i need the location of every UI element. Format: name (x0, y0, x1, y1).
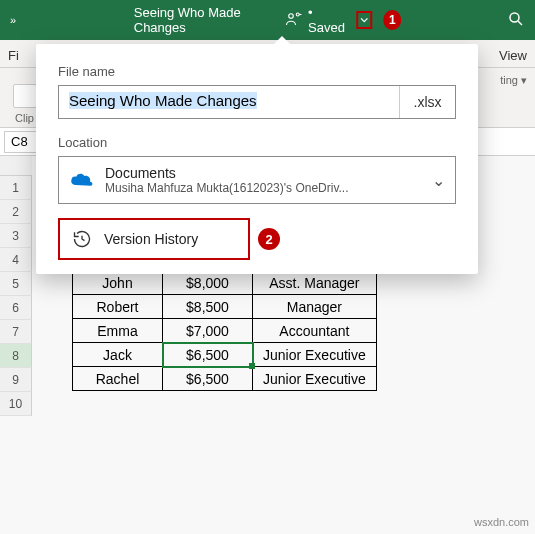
editing-group-partial[interactable]: ting ▾ (492, 68, 535, 127)
annotation-callout-1: 1 (383, 10, 401, 30)
cell[interactable]: $7,000 (163, 319, 253, 343)
location-picker[interactable]: Documents Musiha Mahfuza Mukta(1612023)'… (58, 156, 456, 204)
version-history-label: Version History (104, 231, 198, 247)
location-title: Documents (105, 165, 349, 181)
row-header[interactable]: 9 (0, 368, 32, 392)
ribbon-overflow[interactable]: » (0, 14, 29, 26)
saved-status: • Saved (308, 5, 348, 35)
table-row: Jack$6,500Junior Executive (73, 343, 377, 367)
filename-popover: File name Seeing Who Made Changes .xlsx … (36, 44, 478, 274)
svg-point-1 (296, 13, 299, 16)
tab-file-partial[interactable]: Fi (0, 44, 27, 67)
chevron-down-icon (360, 16, 368, 24)
filename-value[interactable]: Seeing Who Made Changes (69, 92, 257, 109)
share-icon[interactable] (284, 10, 302, 31)
cell[interactable]: Junior Executive (253, 367, 377, 391)
onedrive-icon (69, 170, 95, 190)
version-history-button[interactable]: Version History (58, 218, 250, 260)
title-bar: » Seeing Who Made Changes • Saved 1 (0, 0, 535, 40)
cell[interactable]: $8,500 (163, 295, 253, 319)
row-header[interactable]: 10 (0, 392, 32, 416)
row-header[interactable]: 1 (0, 176, 32, 200)
column-header-row (0, 156, 32, 176)
tab-view[interactable]: View (491, 44, 535, 67)
svg-point-0 (289, 13, 294, 18)
cell[interactable]: $8,000 (163, 271, 253, 295)
svg-point-2 (510, 13, 519, 22)
table-row: Rachel$6,500Junior Executive (73, 367, 377, 391)
cell[interactable]: John (73, 271, 163, 295)
location-label: Location (58, 135, 456, 150)
row-header[interactable]: 2 (0, 200, 32, 224)
cell[interactable]: Accountant (253, 319, 377, 343)
annotation-callout-2: 2 (258, 228, 280, 250)
file-extension-dropdown[interactable]: .xlsx (399, 86, 455, 118)
filename-label: File name (58, 64, 456, 79)
table-row: John$8,000Asst. Manager (73, 271, 377, 295)
chevron-down-icon: ⌄ (432, 171, 445, 190)
cell[interactable]: Rachel (73, 367, 163, 391)
table-row: Robert$8,500Manager (73, 295, 377, 319)
search-icon[interactable] (507, 10, 525, 31)
history-icon (72, 229, 92, 249)
cell[interactable]: Emma (73, 319, 163, 343)
paste-button-partial[interactable] (13, 84, 37, 108)
cell[interactable]: Robert (73, 295, 163, 319)
title-dropdown-button[interactable] (356, 11, 372, 29)
row-header[interactable]: 6 (0, 296, 32, 320)
row-header[interactable]: 3 (0, 224, 32, 248)
location-subtitle: Musiha Mahfuza Mukta(1612023)'s OneDriv.… (105, 181, 349, 195)
cell[interactable]: Manager (253, 295, 377, 319)
cell[interactable]: Junior Executive (253, 343, 377, 367)
cell[interactable]: $6,500 (163, 343, 253, 367)
filename-field[interactable]: Seeing Who Made Changes .xlsx (58, 85, 456, 119)
cell[interactable]: Jack (73, 343, 163, 367)
row-header[interactable]: 4 (0, 248, 32, 272)
document-title[interactable]: Seeing Who Made Changes (134, 5, 278, 35)
watermark: wsxdn.com (474, 516, 529, 528)
row-header[interactable]: 7 (0, 320, 32, 344)
clipboard-group-label: Clip (15, 112, 34, 124)
table-row: Emma$7,000Accountant (73, 319, 377, 343)
cell[interactable]: $6,500 (163, 367, 253, 391)
row-header[interactable]: 5 (0, 272, 32, 296)
row-header[interactable]: 8 (0, 344, 32, 368)
cell[interactable]: Asst. Manager (253, 271, 377, 295)
